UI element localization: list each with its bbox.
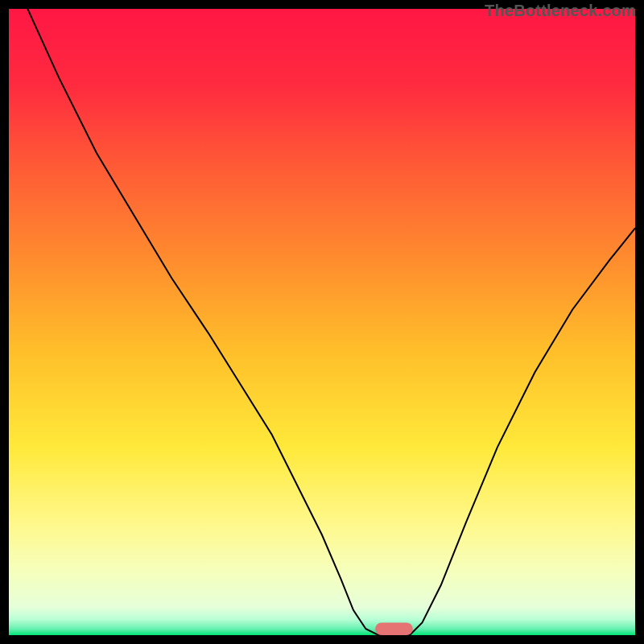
optimal-zone-marker [375, 622, 413, 635]
chart-frame: TheBottleneck.com [0, 0, 644, 644]
plot-area [9, 9, 635, 635]
watermark-text: TheBottleneck.com [485, 2, 636, 20]
chart-svg [9, 9, 635, 635]
gradient-background [9, 9, 635, 635]
